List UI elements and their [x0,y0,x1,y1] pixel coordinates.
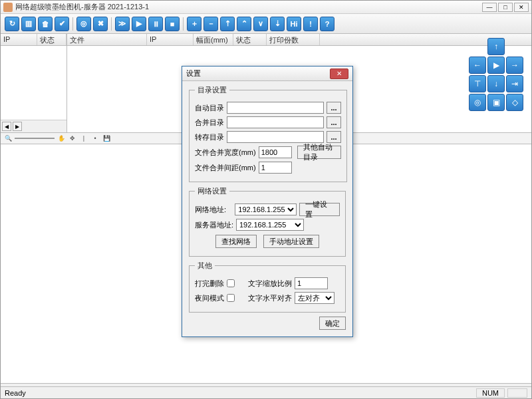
merge-gap-input[interactable] [259,162,292,174]
text-align-select[interactable]: 左对齐 [295,292,334,304]
save-folder-label: 转存目录 [195,132,224,142]
navpad-1[interactable]: ↑ [487,38,505,55]
col-3[interactable]: 状态 [233,34,267,45]
navpad-8[interactable]: ⇥ [506,75,523,92]
col-ip[interactable]: IP [1,34,37,45]
navpad-9[interactable]: ◎ [469,94,486,111]
toolbar-button-0-1[interactable]: ▥ [21,17,36,31]
delete-after-checkbox[interactable] [227,279,235,287]
sep-icon: | [79,134,88,143]
other-legend: 其他 [195,261,215,271]
col-1[interactable]: IP [147,34,194,45]
text-scale-label: 文字缩放比例 [248,279,292,289]
dialog-title: 设置 [186,68,330,78]
toolbar-button-2-3[interactable]: ■ [165,17,180,31]
onekey-button[interactable]: 一键设置 [299,203,340,216]
ok-button[interactable]: 确定 [319,317,346,330]
status-ready: Ready [5,389,26,397]
net-addr-select[interactable]: 192.168.1.255 [235,203,297,215]
navpad-3[interactable]: ← [469,57,486,74]
navpad-6[interactable]: ⊤ [469,75,486,92]
left-panel: IP 状态 ◀ ▶ [1,34,67,132]
navpad-4[interactable]: ▶ [487,57,505,74]
toolbar-button-0-2[interactable]: 🗑 [38,17,53,31]
hand-icon[interactable]: ✋ [57,134,66,143]
toolbar-button-0-0[interactable]: ↻ [5,17,19,31]
save-folder-browse[interactable]: ... [327,131,341,143]
toolbar-button-3-5[interactable]: ⇣ [270,17,285,31]
navigation-pad: ↑←▶→⊤↓⇥◎▣◇ [469,38,525,111]
move-icon[interactable]: ✥ [68,134,77,143]
toolbar-button-3-1[interactable]: － [203,17,218,31]
auto-folder-label: 自动目录 [195,103,224,113]
toolbar-button-2-2[interactable]: ⏸ [148,17,163,31]
col-2[interactable]: 幅面(mm) [194,34,233,45]
minimize-button[interactable]: — [482,3,497,12]
toolbar-button-1-1[interactable]: ✖ [93,17,108,31]
network-settings-group: 网络设置 网络地址: 192.168.1.255 一键设置 服务器地址: 192… [189,186,346,257]
auto-folder-browse[interactable]: ... [327,102,341,114]
navpad-2 [506,38,523,55]
save-icon[interactable]: 💾 [102,134,111,143]
mini-left-icon[interactable]: ◀ [2,122,11,131]
toolbar-button-1-0[interactable]: ◎ [76,17,91,31]
right-table-header: 文件IP幅面(mm)状态打印份数 [67,34,531,46]
navpad-5[interactable]: → [506,57,523,74]
server-addr-label: 服务器地址: [195,220,233,230]
titlebar: 网络超级喷墨绘图机-服务器 2021-1213-1 — □ ✕ [1,1,531,14]
mini-right-icon[interactable]: ▶ [13,122,22,131]
other-auto-folder-button[interactable]: 其他自动目录 [297,146,341,159]
server-addr-select[interactable]: 192.168.1.255 [236,219,304,231]
navpad-10[interactable]: ▣ [487,94,505,111]
text-scale-input[interactable] [295,277,328,289]
toolbar-button-2-0[interactable]: ≫ [115,17,130,31]
delete-after-label: 打完删除 [195,279,224,289]
settings-dialog: 设置 ✕ 目录设置 自动目录 ... 合并目录 ... 转存目录 ... 文件合… [182,66,353,337]
navpad-7[interactable]: ↓ [487,75,505,92]
merge-gap-label: 文件合并间距(mm) [195,163,256,173]
merge-folder-input[interactable] [227,116,324,128]
col-4[interactable]: 打印份数 [267,34,320,45]
toolbar-button-3-0[interactable]: ＋ [187,17,201,31]
dialog-close-button[interactable]: ✕ [330,68,348,79]
merge-folder-label: 合并目录 [195,118,224,128]
left-table-header: IP 状态 [1,34,66,46]
toolbar-button-3-8[interactable]: ? [320,17,334,31]
merge-width-label: 文件合并宽度(mm) [195,148,256,158]
col-status[interactable]: 状态 [37,34,66,45]
zoom-out-icon[interactable]: 🔍 [3,134,13,143]
close-button[interactable]: ✕ [514,3,529,12]
toolbar-button-3-6[interactable]: Hi [287,17,301,31]
zoom-slider[interactable] [15,138,55,139]
toolbar-button-3-4[interactable]: ∨ [253,17,268,31]
network-legend: 网络设置 [195,186,229,196]
toolbar-button-0-3[interactable]: ✔ [55,17,69,31]
navpad-0 [469,38,486,55]
left-table-body[interactable] [1,46,66,120]
toolbar-button-3-2[interactable]: ⇡ [220,17,235,31]
toolbar-button-2-1[interactable]: ▶ [132,17,146,31]
find-network-button[interactable]: 查找网络 [215,235,257,248]
toolbar-button-3-7[interactable]: ! [303,17,318,31]
status-num: NUM [476,388,505,398]
manual-addr-button[interactable]: 手动地址设置 [263,235,319,248]
merge-width-input[interactable] [259,146,292,158]
net-addr-label: 网络地址: [195,205,232,215]
folder-settings-group: 目录设置 自动目录 ... 合并目录 ... 转存目录 ... 文件合并宽度(m… [189,85,347,182]
night-mode-label: 夜间模式 [195,293,224,303]
merge-folder-browse[interactable]: ... [327,116,341,128]
maximize-button[interactable]: □ [498,3,513,12]
status-bar: Ready NUM [1,386,531,398]
save-folder-input[interactable] [227,131,324,143]
dialog-titlebar[interactable]: 设置 ✕ [182,66,352,81]
navpad-11[interactable]: ◇ [506,94,523,111]
dot-icon[interactable]: • [90,134,100,143]
toolbar-button-3-3[interactable]: ⌃ [237,17,251,31]
window-title: 网络超级喷墨绘图机-服务器 2021-1213-1 [15,2,482,12]
col-0[interactable]: 文件 [67,34,147,45]
app-icon [3,3,13,12]
text-align-label: 文字水平对齐 [248,293,292,303]
auto-folder-input[interactable] [227,102,324,114]
night-mode-checkbox[interactable] [227,294,235,302]
folder-legend: 目录设置 [195,85,229,95]
